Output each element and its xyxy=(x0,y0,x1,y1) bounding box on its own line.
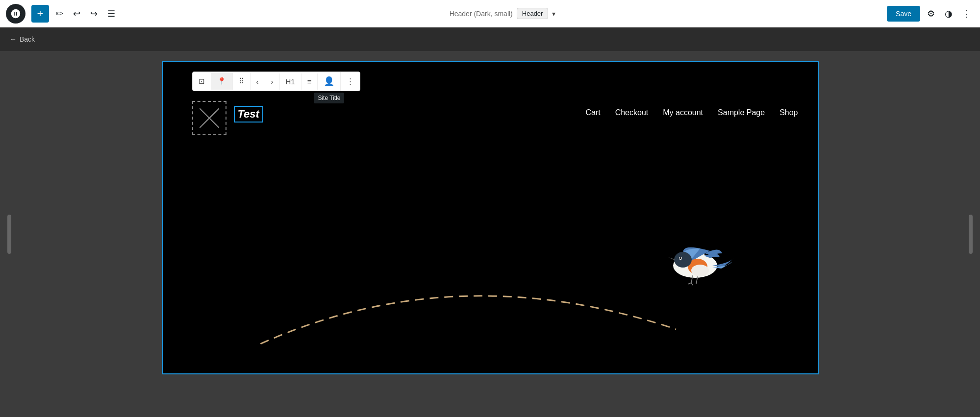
chevron-right-icon: › xyxy=(271,77,274,86)
list-icon: ☰ xyxy=(107,8,115,19)
wp-logo-icon xyxy=(10,8,21,19)
svg-line-10 xyxy=(688,283,691,284)
transform-block-button[interactable]: ⊡ xyxy=(193,73,211,90)
nav-next-button[interactable]: › xyxy=(265,74,280,90)
scrollbar-right[interactable] xyxy=(969,215,973,254)
align-icon: ≡ xyxy=(307,77,312,86)
pencil-icon: ✏ xyxy=(56,8,63,19)
site-logo-block[interactable] xyxy=(192,101,226,135)
avatar-button[interactable]: 👤 Site Title xyxy=(318,72,341,91)
heading-h1-button[interactable]: H1 xyxy=(280,74,302,90)
template-name-label: Header (Dark, small) xyxy=(450,10,513,18)
wordpress-logo[interactable] xyxy=(6,4,25,24)
editor-canvas: ⊡ 📍 ⠿ ‹ › H1 ≡ xyxy=(162,61,819,374)
save-button[interactable]: Save xyxy=(887,6,920,22)
toolbar-right: Save ⚙ ◑ ⋮ xyxy=(887,5,974,22)
nav-item-checkout[interactable]: Checkout xyxy=(615,108,649,117)
nav-prev-button[interactable]: ‹ xyxy=(251,74,265,90)
chevron-left-icon: ‹ xyxy=(256,77,259,86)
nav-item-shop[interactable]: Shop xyxy=(779,108,798,117)
block-toolbar: ⊡ 📍 ⠿ ‹ › H1 ≡ xyxy=(192,72,361,91)
site-logo-placeholder xyxy=(200,108,219,128)
undo-icon: ↩ xyxy=(73,8,80,19)
template-chevron-icon[interactable]: ▾ xyxy=(552,10,555,18)
site-title-text[interactable]: Test xyxy=(234,106,263,123)
align-button[interactable]: ≡ xyxy=(302,74,318,90)
canvas-area: ⊡ 📍 ⠿ ‹ › H1 ≡ xyxy=(0,51,980,417)
site-title-tooltip: Site Title xyxy=(314,93,344,103)
redo-icon: ↪ xyxy=(90,8,98,19)
more-vert-icon: ⋮ xyxy=(962,8,971,19)
drag-handle-button[interactable]: ⠿ xyxy=(233,73,251,90)
edit-button[interactable]: ✏ xyxy=(53,5,66,22)
svg-line-0 xyxy=(200,108,219,128)
nav-item-sample-page[interactable]: Sample Page xyxy=(718,108,765,117)
back-button[interactable]: ← Back xyxy=(10,35,35,43)
svg-point-7 xyxy=(679,257,681,259)
svg-line-11 xyxy=(691,283,693,285)
list-view-button[interactable]: ☰ xyxy=(104,5,118,22)
location-button[interactable]: 📍 xyxy=(211,73,233,90)
transform-icon: ⊡ xyxy=(199,77,205,86)
nav-item-my-account[interactable]: My account xyxy=(663,108,703,117)
ellipsis-icon: ⋮ xyxy=(347,77,354,86)
bird-illustration xyxy=(651,226,739,295)
back-bar: ← Back xyxy=(0,27,980,51)
contrast-button[interactable]: ◑ xyxy=(942,5,955,22)
h1-label: H1 xyxy=(286,77,295,86)
settings-button[interactable]: ⚙ xyxy=(924,5,938,22)
back-arrow-icon: ← xyxy=(10,35,17,43)
svg-point-5 xyxy=(691,265,709,276)
contrast-icon: ◑ xyxy=(945,8,953,19)
redo-button[interactable]: ↪ xyxy=(87,5,101,22)
more-options-button[interactable]: ⋮ xyxy=(959,5,974,22)
avatar-icon: 👤 xyxy=(324,76,334,87)
canvas-lower-content xyxy=(163,226,818,373)
template-info: Header (Dark, small) Header ▾ xyxy=(122,8,883,19)
template-badge[interactable]: Header xyxy=(517,8,549,19)
undo-button[interactable]: ↩ xyxy=(70,5,83,22)
add-block-button[interactable]: + xyxy=(31,5,49,23)
scrollbar-left[interactable] xyxy=(7,215,11,254)
location-pin-icon: 📍 xyxy=(217,77,226,86)
nav-item-cart[interactable]: Cart xyxy=(585,108,600,117)
block-more-options-button[interactable]: ⋮ xyxy=(341,73,360,90)
svg-line-1 xyxy=(200,108,219,128)
top-toolbar: + ✏ ↩ ↪ ☰ Header (Dark, small) Header ▾ … xyxy=(0,0,980,27)
drag-dots-icon: ⠿ xyxy=(239,77,244,86)
site-navigation: Cart Checkout My account Sample Page Sho… xyxy=(585,108,798,117)
svg-point-4 xyxy=(674,252,692,268)
gear-icon: ⚙ xyxy=(927,8,935,19)
